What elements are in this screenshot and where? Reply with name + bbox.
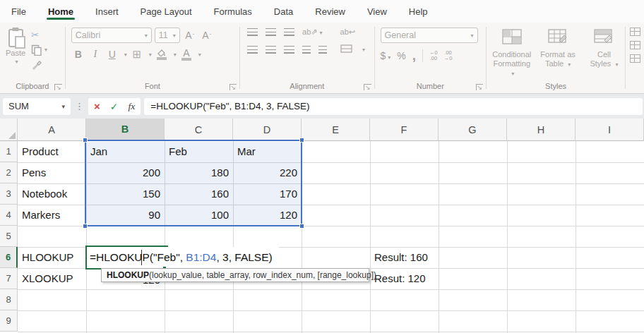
- cell-a4[interactable]: Markers: [18, 205, 86, 226]
- column-header-i[interactable]: I: [576, 119, 644, 141]
- range-handle[interactable]: [83, 138, 88, 143]
- range-handle[interactable]: [299, 224, 304, 229]
- range-highlight-border[interactable]: [85, 140, 302, 226]
- delete-cells-icon[interactable]: [630, 41, 640, 49]
- column-header-e[interactable]: E: [302, 119, 370, 141]
- insert-function-icon[interactable]: fx: [129, 101, 136, 112]
- decrease-decimal-icon[interactable]: .00→0: [444, 50, 453, 61]
- chevron-down-icon[interactable]: ▾: [124, 52, 127, 58]
- row-header-1[interactable]: 1: [0, 141, 18, 162]
- column-header-g[interactable]: G: [439, 119, 507, 141]
- column-header-b[interactable]: B: [86, 119, 165, 141]
- enter-icon[interactable]: ✓: [110, 101, 119, 112]
- cut-icon[interactable]: ✂: [31, 29, 47, 41]
- tab-file[interactable]: File: [10, 2, 28, 21]
- range-handle[interactable]: [299, 138, 304, 143]
- clipboard-dialog-launcher-icon[interactable]: ↘: [54, 84, 62, 90]
- merge-center-icon[interactable]: [340, 43, 352, 56]
- cell-a3[interactable]: Notebook: [18, 183, 86, 205]
- ribbon-tab-bar: File Home Insert Page Layout Formulas Da…: [0, 0, 644, 23]
- row-header-3[interactable]: 3: [0, 183, 18, 205]
- column-header-d[interactable]: D: [233, 119, 302, 141]
- column-header-h[interactable]: H: [507, 119, 576, 141]
- formula-input[interactable]: =HLOOKUP("Feb", B1:D4, 3, FALSE): [144, 98, 643, 115]
- currency-format-icon[interactable]: $▾: [381, 50, 391, 61]
- align-right-icon[interactable]: [284, 46, 294, 54]
- column-header-a[interactable]: A: [18, 119, 86, 141]
- tab-insert[interactable]: Insert: [94, 2, 120, 21]
- font-dialog-launcher-icon[interactable]: ↘: [229, 84, 237, 90]
- fill-color-icon[interactable]: [155, 47, 169, 61]
- tab-view[interactable]: View: [366, 2, 388, 21]
- row-header-4[interactable]: 4: [0, 205, 18, 226]
- cell-b6-formula[interactable]: =HLOOKUP("Feb", B1:D4, 3, FALSE): [90, 247, 279, 268]
- gridline: [18, 310, 644, 311]
- chevron-down-icon[interactable]: ▾: [149, 52, 152, 58]
- cell-a1[interactable]: Product: [18, 141, 86, 162]
- row-header-6[interactable]: 6: [0, 247, 18, 268]
- align-top-icon[interactable]: [247, 28, 258, 36]
- bold-button[interactable]: B: [71, 47, 85, 61]
- italic-button[interactable]: I: [88, 47, 102, 61]
- wrap-text-icon[interactable]: ab↩: [340, 28, 355, 37]
- row-header-9[interactable]: 9: [0, 310, 18, 332]
- grow-font-button[interactable]: Aˆ: [183, 28, 197, 42]
- percent-format-icon[interactable]: %: [397, 50, 405, 61]
- tab-help[interactable]: Help: [407, 2, 429, 21]
- cell-f7[interactable]: Resut: 120: [370, 268, 439, 289]
- align-center-icon[interactable]: [266, 46, 276, 54]
- tab-home[interactable]: Home: [47, 2, 75, 21]
- number-dialog-launcher-icon[interactable]: ↘: [476, 84, 484, 90]
- tab-data[interactable]: Data: [273, 2, 294, 21]
- ribbon: Paste ▾ ✂ ▾ Clipboard ↘: [0, 23, 644, 94]
- chevron-down-icon[interactable]: ▾: [198, 52, 201, 58]
- cancel-icon[interactable]: ×: [94, 100, 100, 112]
- number-group-label: Number: [417, 82, 444, 90]
- column-header-f[interactable]: F: [370, 119, 439, 141]
- font-size-select[interactable]: 11▾: [155, 28, 180, 43]
- increase-indent-icon[interactable]: [318, 46, 327, 54]
- row-header-8[interactable]: 8: [0, 289, 18, 310]
- font-color-icon[interactable]: A: [179, 47, 193, 61]
- comma-format-icon[interactable]: ,: [412, 48, 416, 63]
- tab-review[interactable]: Review: [314, 2, 347, 21]
- paste-button[interactable]: Paste ▾: [0, 28, 31, 78]
- underline-button[interactable]: U: [105, 47, 119, 61]
- format-as-table-button[interactable]: Format asTable ▾: [537, 28, 578, 78]
- decrease-indent-icon[interactable]: [302, 46, 311, 54]
- row-header-5[interactable]: 5: [0, 226, 18, 247]
- cell-f6[interactable]: Result: 160: [370, 247, 439, 268]
- tab-page-layout[interactable]: Page Layout: [139, 2, 193, 21]
- align-middle-icon[interactable]: [266, 28, 276, 36]
- borders-icon[interactable]: ⊞: [130, 47, 144, 61]
- excel-window: File Home Insert Page Layout Formulas Da…: [0, 0, 644, 333]
- row-header-2[interactable]: 2: [0, 162, 18, 183]
- select-all-corner[interactable]: [0, 119, 18, 141]
- chevron-down-icon[interactable]: ▾: [174, 52, 177, 58]
- align-bottom-icon[interactable]: [284, 28, 294, 36]
- chevron-down-icon[interactable]: ▾: [61, 103, 65, 110]
- align-left-icon[interactable]: [247, 46, 258, 54]
- cell-a6[interactable]: HLOOKUP: [18, 247, 86, 268]
- cell-a7[interactable]: XLOOKUP: [18, 268, 86, 289]
- formula-bar-handle-icon[interactable]: ⋮: [75, 101, 84, 111]
- range-handle[interactable]: [83, 224, 88, 229]
- cell-a2[interactable]: Pens: [18, 162, 86, 183]
- font-name-select[interactable]: Calibri▾: [71, 28, 152, 43]
- orientation-icon[interactable]: ab⇗▾: [302, 28, 322, 37]
- conditional-formatting-button[interactable]: ConditionalFormatting ▾: [491, 28, 532, 78]
- chevron-down-icon[interactable]: ▾: [362, 47, 365, 53]
- increase-decimal-icon[interactable]: ←0.00: [429, 50, 438, 61]
- name-box[interactable]: SUM ▾: [3, 98, 71, 115]
- alignment-dialog-launcher-icon[interactable]: ↘: [364, 84, 371, 90]
- cell-styles-button[interactable]: CellStyles ▾: [583, 28, 625, 78]
- shrink-font-button[interactable]: Aˇ: [200, 28, 214, 42]
- row-header-7[interactable]: 7: [0, 268, 18, 289]
- format-painter-icon[interactable]: [31, 59, 47, 71]
- column-header-c[interactable]: C: [165, 119, 233, 141]
- tab-formulas[interactable]: Formulas: [213, 2, 254, 21]
- copy-icon[interactable]: ▾: [31, 44, 47, 56]
- format-cells-icon[interactable]: [630, 54, 640, 63]
- insert-cells-icon[interactable]: [630, 28, 640, 36]
- number-format-select[interactable]: General▾: [381, 28, 478, 43]
